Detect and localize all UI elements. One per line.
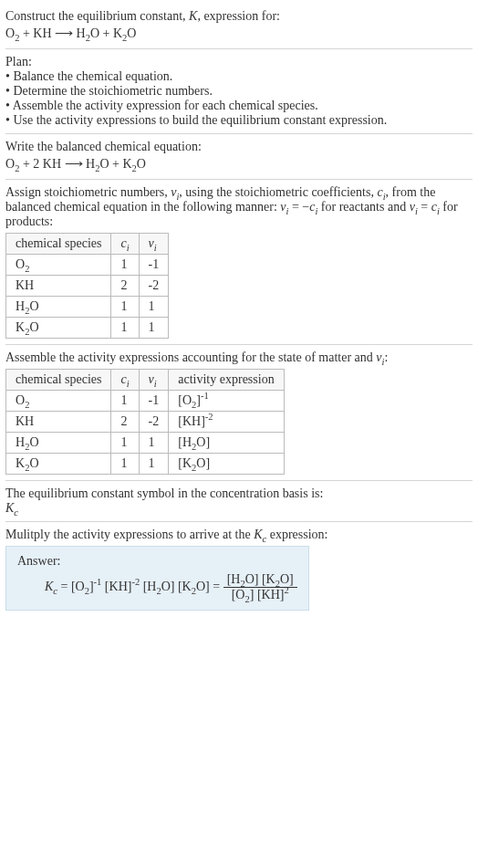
plan-section: Plan: • Balance the chemical equation. •… bbox=[5, 49, 473, 134]
cell-species: O2 bbox=[6, 391, 111, 412]
cell-expr: [K2O] bbox=[169, 454, 284, 475]
plan-heading: Plan: bbox=[5, 55, 473, 69]
activity-table: chemical species ci νi activity expressi… bbox=[5, 369, 285, 475]
cell-v: -2 bbox=[139, 276, 169, 297]
cell-c: 1 bbox=[111, 318, 139, 339]
table-row: K2O 1 1 bbox=[6, 318, 169, 339]
cell-v: -1 bbox=[139, 255, 169, 276]
intro-section: Construct the equilibrium constant, K, e… bbox=[5, 4, 473, 49]
table-row: K2O 1 1 [K2O] bbox=[6, 454, 285, 475]
cell-species: KH bbox=[6, 412, 111, 433]
plan-item: • Use the activity expressions to build … bbox=[5, 113, 473, 128]
answer-label: Answer: bbox=[17, 554, 297, 569]
answer-fraction: [H2O] [K2O] [O2] [KH]2 bbox=[223, 572, 297, 602]
cell-species: K2O bbox=[6, 454, 111, 475]
cell-v: 1 bbox=[139, 297, 169, 318]
cell-v: -2 bbox=[139, 412, 169, 433]
balanced-heading: Write the balanced chemical equation: bbox=[5, 140, 473, 154]
symbol-section: The equilibrium constant symbol in the c… bbox=[5, 481, 473, 522]
multiply-text: Mulitply the activity expressions to arr… bbox=[5, 528, 473, 542]
col-species: chemical species bbox=[6, 370, 111, 391]
table-row: O2 1 -1 [O2]-1 bbox=[6, 391, 285, 412]
intro-prompt: Construct the equilibrium constant, K, e… bbox=[5, 9, 473, 24]
symbol-kc: Kc bbox=[5, 501, 473, 516]
plan-item: • Balance the chemical equation. bbox=[5, 69, 473, 84]
cell-c: 1 bbox=[111, 297, 139, 318]
col-expr: activity expression bbox=[169, 370, 284, 391]
intro-prompt-prefix: Construct the equilibrium constant, bbox=[5, 9, 189, 23]
stoich-text: Assign stoichiometric numbers, νi, using… bbox=[5, 185, 473, 229]
cell-c: 1 bbox=[111, 391, 139, 412]
col-vi: νi bbox=[139, 234, 169, 255]
answer-denominator: [O2] [KH]2 bbox=[223, 588, 297, 602]
intro-equation: O2 + KH ⟶ H2O + K2O bbox=[5, 26, 473, 41]
answer-expression: Kc = [O2]-1 [KH]-2 [H2O] [K2O] = [H2O] [… bbox=[17, 572, 297, 602]
activity-section: Assemble the activity expressions accoun… bbox=[5, 345, 473, 481]
multiply-section: Mulitply the activity expressions to arr… bbox=[5, 522, 473, 616]
table-header-row: chemical species ci νi activity expressi… bbox=[6, 370, 285, 391]
col-ci: ci bbox=[111, 370, 139, 391]
cell-species: KH bbox=[6, 276, 111, 297]
col-species: chemical species bbox=[6, 234, 111, 255]
cell-species: H2O bbox=[6, 433, 111, 454]
cell-v: 1 bbox=[139, 318, 169, 339]
table-row: KH 2 -2 [KH]-2 bbox=[6, 412, 285, 433]
intro-prompt-suffix: , expression for: bbox=[197, 9, 280, 23]
table-row: KH 2 -2 bbox=[6, 276, 169, 297]
answer-box: Answer: Kc = [O2]-1 [KH]-2 [H2O] [K2O] =… bbox=[5, 546, 309, 611]
symbol-text: The equilibrium constant symbol in the c… bbox=[5, 486, 473, 501]
cell-c: 1 bbox=[111, 433, 139, 454]
cell-species: O2 bbox=[6, 255, 111, 276]
table-row: H2O 1 1 bbox=[6, 297, 169, 318]
cell-c: 1 bbox=[111, 454, 139, 475]
cell-c: 1 bbox=[111, 255, 139, 276]
cell-expr: [O2]-1 bbox=[169, 391, 284, 412]
cell-v: -1 bbox=[139, 391, 169, 412]
plan-item: • Assemble the activity expression for e… bbox=[5, 99, 473, 113]
cell-species: K2O bbox=[6, 318, 111, 339]
plan-item: • Determine the stoichiometric numbers. bbox=[5, 84, 473, 99]
cell-v: 1 bbox=[139, 454, 169, 475]
cell-species: H2O bbox=[6, 297, 111, 318]
stoich-table: chemical species ci νi O2 1 -1 KH 2 -2 H… bbox=[5, 233, 169, 339]
intro-K: K bbox=[189, 9, 197, 23]
stoich-section: Assign stoichiometric numbers, νi, using… bbox=[5, 180, 473, 345]
cell-v: 1 bbox=[139, 433, 169, 454]
cell-c: 2 bbox=[111, 276, 139, 297]
table-row: O2 1 -1 bbox=[6, 255, 169, 276]
cell-expr: [H2O] bbox=[169, 433, 284, 454]
cell-expr: [KH]-2 bbox=[169, 412, 284, 433]
col-ci: ci bbox=[111, 234, 139, 255]
activity-text: Assemble the activity expressions accoun… bbox=[5, 350, 473, 365]
table-row: H2O 1 1 [H2O] bbox=[6, 433, 285, 454]
answer-lhs: Kc = [O2]-1 [KH]-2 [H2O] [K2O] = bbox=[45, 580, 223, 593]
table-header-row: chemical species ci νi bbox=[6, 234, 169, 255]
balanced-equation: O2 + 2 KH ⟶ H2O + K2O bbox=[5, 156, 473, 172]
cell-c: 2 bbox=[111, 412, 139, 433]
col-vi: νi bbox=[139, 370, 169, 391]
balanced-section: Write the balanced chemical equation: O2… bbox=[5, 134, 473, 180]
